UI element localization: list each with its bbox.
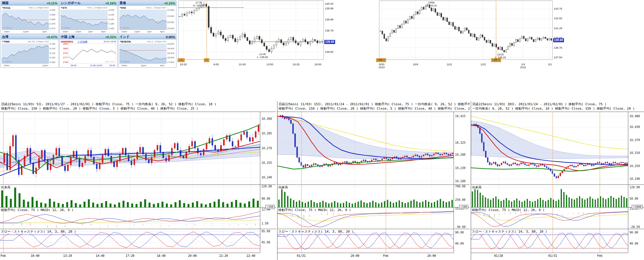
y-axis-labels: 9,1609,1409,1209,1009,080 — [49, 43, 58, 64]
y-axis-label: 120.00 — [629, 186, 640, 189]
y-axis-label: 10,190 — [629, 177, 640, 181]
x-axis-label: 4pm — [160, 30, 164, 33]
y-axis-label: 700.00 — [455, 185, 466, 188]
price-chart[interactable] — [277, 112, 454, 185]
quote-header: シンガポール +0.16% — [60, 1, 117, 6]
current-price-highlight: 139.69 — [324, 40, 335, 44]
volume-chart[interactable] — [277, 185, 454, 207]
y-axis-label: 2,085 — [49, 13, 58, 16]
y-axis-label: 2777 — [60, 56, 68, 59]
volume-axis: 700.00250.00 — [454, 185, 470, 207]
trading-dashboard: { "mini":{"tiles":[ {"name":"韓国","change… — [0, 0, 644, 260]
x-axis-label: 10:45 — [239, 63, 246, 66]
chart-panel-15min: 日経225mini 11/03( 15分, 2011/01/24 - 2011/… — [277, 101, 470, 260]
y-axis-label: 137.50 — [554, 56, 562, 59]
contract-day-marker: 09限月 — [376, 58, 386, 62]
watermark: sina.com — [105, 60, 114, 63]
x-axis-label: 20:00 — [351, 254, 359, 257]
market-change: +0.47% — [46, 35, 57, 39]
x-axis-label: 1/42011 — [520, 63, 526, 69]
x-axis-labels: 10am12pm — [2, 64, 49, 67]
quote-tile-india[interactable]: インド 0.00% ^BSESN Feb 1, 3:30pm IST 18,60… — [118, 34, 176, 68]
quote-tile-shanghai[interactable]: 中国 上海 +0.31% sh000001 上证指数 02-01 15:00 2… — [59, 34, 118, 68]
y-axis-label: 18,200 — [167, 52, 176, 55]
price-section: 10,48010,43010,37010,31010,25010,190 — [471, 112, 644, 185]
y-axis-label: 23,450 — [167, 21, 176, 24]
y-axis-label: 90.00 — [261, 197, 270, 201]
quote-timestamp: Feb 1, 4:00pm HKT — [146, 6, 167, 9]
macd-label: 移動平均( Close, 75 ) MACD( 12, 26, 9 ) — [1, 208, 73, 212]
y-axis-label: 139.60 — [325, 50, 333, 54]
y-axis-label: 139.89 — [325, 18, 333, 21]
x-axis-label: 8/302010 — [378, 63, 385, 69]
y-axis-label: 139.99 — [325, 7, 333, 10]
volume-chart[interactable] — [471, 185, 628, 207]
stochastics-label: スロー・ストキャスティクス( 14, 3, 80, 20 ) — [278, 229, 353, 234]
x-axis-label: Feb — [597, 254, 602, 257]
volume-label: 出来高 — [1, 185, 10, 189]
price-annotation: 10/06H: 144,31 — [426, 1, 437, 7]
volume-canvas — [0, 185, 260, 207]
quote-tile-korea[interactable]: 韓国 +0.11% ^KS11 Feb 1, 2:55pm KST 2,0902… — [1, 1, 59, 34]
watermark: © Yahoo! — [61, 27, 71, 29]
y-axis-label: 3,180 — [108, 27, 117, 30]
x-axis-label: 10am — [3, 64, 9, 67]
contract-day-marker: 1/31 — [178, 58, 185, 62]
candlestick-plot[interactable]: 10/06H: 144,3112/15L: 138,16 — [379, 1, 553, 60]
watermark: © Yahoo! — [120, 27, 130, 29]
stochastics-axis: 90.0040.00 — [628, 229, 644, 253]
stochastics-axis: 95.0045.00 — [260, 229, 276, 253]
y-axis-label: 10,180 — [455, 180, 466, 183]
x-axis-label: 10:40 — [31, 254, 39, 257]
price-axis: 140.03139.99139.89139.79139.60139.69 — [324, 1, 337, 60]
x-axis-label: 10am — [62, 30, 68, 33]
y-axis-label: 18,000 — [167, 56, 176, 59]
panel-subtitle: 移動平均( Close, 150 ) 移動平均( Close, 20 ) 移動平… — [279, 106, 470, 111]
y-axis-label: 95.00 — [261, 230, 270, 233]
volume-chart[interactable] — [0, 185, 260, 207]
volume-axis: 220.0090.00 — [260, 185, 276, 207]
y-axis-labels: 18,60018,40018,20018,00017,800 — [167, 43, 176, 64]
y-axis-label: 10,280 — [455, 153, 466, 157]
price-annotation: 12/15L: 138,16 — [495, 53, 506, 59]
volume-label: 出来高 — [278, 185, 288, 189]
quote-tile-taiwan[interactable]: 台湾 +0.47% ^TWII Jan 28, 1:30pm CST 9,160… — [1, 34, 59, 68]
market-change: +0.15% — [164, 1, 175, 5]
quote-tile-singapore[interactable]: シンガポール +0.16% ^STI Feb 1, 4:59pm SGT 3,2… — [59, 1, 118, 34]
quote-header: 韓国 +0.11% — [1, 1, 59, 6]
x-axis-label: 12pm — [134, 30, 140, 33]
time-axis: 09限月03限月8/30201010/411/212/21/420112/1 — [379, 60, 553, 68]
time-axis: 01/2801/31Feb — [471, 253, 628, 260]
x-axis-label: 01/31 — [297, 254, 306, 257]
quote-tile-hongkong[interactable]: 香港 +0.15% ^HSI Feb 1, 4:00pm HKT 23,5502… — [118, 1, 176, 34]
x-axis-label: 09:30 — [70, 64, 76, 67]
panel-title: 日経225mini 11/03( 5分, 2011/01/27 - 2011/0… — [1, 102, 276, 106]
quote-body: sh000001 上证指数 02-01 15:00 28192805279127… — [60, 40, 117, 67]
quote-body: ^KS11 Feb 1, 2:55pm KST 2,0902,0852,0802… — [1, 6, 59, 34]
price-canvas — [471, 112, 628, 185]
contract-day-marker: 03限月 — [491, 58, 501, 62]
y-axis-label: 3,185 — [108, 22, 117, 25]
asia-markets-quote-grid: 韓国 +0.11% ^KS11 Feb 1, 2:55pm KST 2,0902… — [1, 1, 176, 68]
watermark: © Yahoo! — [2, 27, 12, 29]
panel-title: 日経225mini 11/03( 30分, 2011/01/24 - 2011/… — [472, 102, 644, 106]
y-axis-label: 10,430 — [629, 125, 640, 129]
market-change: +0.31% — [105, 35, 116, 39]
y-axis-label: 2,070 — [49, 27, 58, 30]
price-chart[interactable] — [471, 112, 628, 185]
contract-day-marker: 2/1 — [204, 58, 209, 62]
stochastics-axis: 90.0040.00 — [454, 229, 470, 253]
quote-header: 台湾 +0.47% — [1, 35, 59, 39]
current-price-highlight: 139.69 — [553, 38, 564, 42]
watermark: © Yahoo! — [2, 60, 12, 63]
panel-header: 日経225mini 11/03( 5分, 2011/01/27 - 2011/0… — [0, 101, 276, 112]
x-axis-label: 14:40 — [96, 254, 105, 257]
price-axis: 10,30010,28510,27010,25510,240 — [260, 112, 276, 185]
y-axis-label: 40.00 — [455, 242, 464, 245]
market-change: 0.00% — [166, 35, 175, 39]
price-chart[interactable] — [0, 112, 260, 185]
x-axis-label: 2pm — [147, 30, 152, 33]
quote-timestamp: Feb 1, 3:30pm IST — [147, 40, 167, 43]
candlestick-plot[interactable]: 17:35H: 140,0312:45L: 139,60 — [178, 1, 324, 60]
y-axis-labels: 28192805279127772763 — [60, 43, 68, 64]
